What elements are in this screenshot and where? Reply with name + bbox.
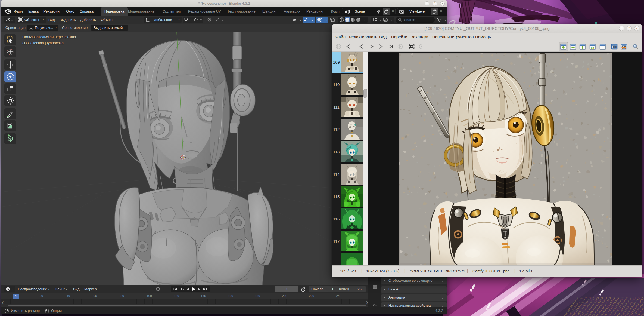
svg-text:px: px xyxy=(591,46,594,49)
